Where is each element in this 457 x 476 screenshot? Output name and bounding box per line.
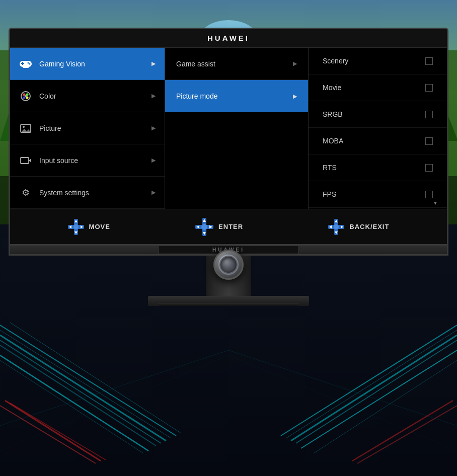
stand-neck-area bbox=[9, 256, 448, 296]
srgb-label: SRGB bbox=[323, 110, 343, 118]
svg-point-64 bbox=[73, 224, 79, 229]
gaming-vision-label: Gaming Vision bbox=[39, 60, 144, 68]
moba-label: MOBA bbox=[323, 137, 343, 145]
back-exit-dpad-icon bbox=[328, 219, 344, 235]
system-settings-arrow: ▶ bbox=[151, 189, 156, 196]
title-bar: HUAWEI bbox=[10, 29, 447, 48]
menu-item-color[interactable]: Color ▶ bbox=[10, 80, 165, 112]
input-source-arrow: ▶ bbox=[151, 157, 156, 164]
submenu-item-picture-mode[interactable]: Picture mode ▶ bbox=[165, 80, 308, 112]
svg-point-71 bbox=[201, 224, 207, 230]
enter-dpad-icon bbox=[195, 218, 213, 236]
picture-arrow: ▶ bbox=[151, 125, 156, 131]
game-assist-label: Game assist bbox=[176, 60, 215, 68]
rts-label: RTS bbox=[323, 164, 337, 172]
input-icon bbox=[19, 154, 32, 167]
moba-checkbox bbox=[425, 137, 433, 145]
move-dpad-icon bbox=[68, 219, 84, 235]
right-panel: Scenery Movie SRGB MOBA bbox=[309, 48, 447, 209]
move-label: MOVE bbox=[89, 223, 110, 230]
nav-enter: ENTER bbox=[195, 218, 243, 236]
gear-icon: ⚙ bbox=[19, 186, 32, 199]
system-settings-label: System settings bbox=[39, 189, 144, 197]
option-fps[interactable]: FPS bbox=[309, 181, 447, 208]
brand-title: HUAWEI bbox=[207, 34, 250, 42]
option-moba[interactable]: MOBA bbox=[309, 128, 447, 154]
movie-checkbox bbox=[425, 84, 433, 92]
color-label: Color bbox=[39, 92, 144, 100]
svg-rect-60 bbox=[21, 157, 29, 164]
palette-icon bbox=[19, 90, 32, 103]
game-assist-arrow: ▶ bbox=[293, 60, 297, 67]
left-panel: Gaming Vision ▶ bbox=[10, 48, 165, 209]
gaming-vision-arrow: ▶ bbox=[151, 60, 156, 67]
gamepad-icon bbox=[19, 57, 32, 70]
option-movie[interactable]: Movie bbox=[309, 74, 447, 101]
submenu-item-game-assist[interactable]: Game assist ▶ bbox=[165, 48, 308, 80]
monitor: HUAWEI bbox=[9, 28, 448, 306]
fps-label: FPS bbox=[323, 190, 336, 198]
option-scenery[interactable]: Scenery bbox=[309, 48, 447, 74]
svg-point-56 bbox=[25, 95, 27, 97]
menu-item-gaming-vision[interactable]: Gaming Vision ▶ bbox=[10, 48, 165, 80]
svg-point-58 bbox=[23, 126, 25, 128]
picture-mode-arrow: ▶ bbox=[293, 93, 297, 100]
nav-move: MOVE bbox=[68, 219, 110, 235]
color-arrow: ▶ bbox=[151, 93, 156, 99]
svg-rect-50 bbox=[23, 67, 29, 68]
srgb-checkbox bbox=[425, 111, 433, 118]
picture-mode-label: Picture mode bbox=[176, 92, 217, 100]
back-exit-label: BACK/EXIT bbox=[349, 223, 389, 230]
rts-checkbox bbox=[425, 164, 433, 172]
fps-checkbox bbox=[425, 191, 433, 198]
joystick-knob[interactable] bbox=[213, 250, 244, 280]
movie-label: Movie bbox=[323, 84, 341, 92]
screen: HUAWEI bbox=[9, 28, 448, 246]
svg-point-47 bbox=[28, 62, 29, 63]
input-source-label: Input source bbox=[39, 156, 144, 165]
menu-item-system-settings[interactable]: ⚙ System settings ▶ bbox=[10, 177, 165, 209]
svg-point-48 bbox=[29, 63, 31, 64]
menu-item-input-source[interactable]: Input source ▶ bbox=[10, 144, 165, 177]
scenery-label: Scenery bbox=[323, 57, 348, 65]
scenery-checkbox bbox=[425, 57, 433, 65]
svg-rect-46 bbox=[22, 62, 23, 65]
scroll-indicator: ▼ bbox=[433, 200, 438, 206]
svg-marker-59 bbox=[21, 129, 31, 133]
option-srgb[interactable]: SRGB bbox=[309, 101, 447, 128]
picture-icon bbox=[19, 122, 32, 135]
nav-back-exit: BACK/EXIT bbox=[328, 219, 389, 235]
navigation-bar: MOVE ENTER bbox=[10, 209, 447, 244]
menu-item-picture[interactable]: Picture ▶ bbox=[10, 112, 165, 144]
middle-panel: Game assist ▶ Picture mode ▶ bbox=[165, 48, 309, 209]
picture-label: Picture bbox=[39, 124, 144, 132]
svg-point-78 bbox=[334, 224, 339, 229]
stand-base bbox=[148, 296, 309, 306]
enter-label: ENTER bbox=[218, 223, 243, 230]
option-rts[interactable]: RTS bbox=[309, 154, 447, 181]
osd-menu: Gaming Vision ▶ bbox=[10, 48, 447, 209]
